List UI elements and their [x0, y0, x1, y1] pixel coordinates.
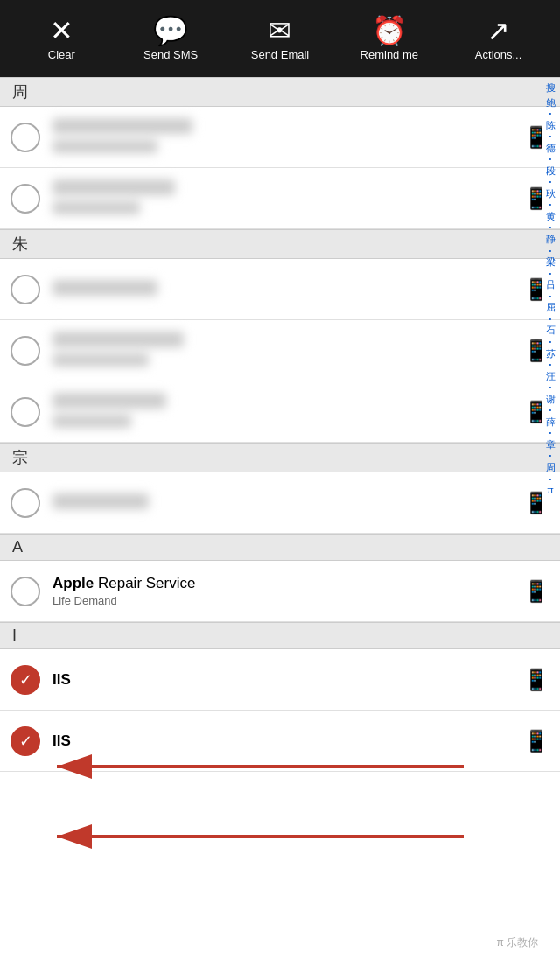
contact-checkbox[interactable]: ✓: [10, 665, 40, 695]
watermark: π 乐教你: [496, 935, 538, 950]
email-label: Send Email: [251, 48, 309, 61]
contact-info: [52, 393, 514, 431]
index-item[interactable]: 鲍: [546, 95, 556, 110]
contact-row[interactable]: 📱: [0, 107, 560, 168]
actions-label: Actions...: [475, 48, 522, 61]
index-item[interactable]: •: [550, 270, 552, 278]
index-item[interactable]: 搜: [546, 80, 556, 95]
index-item[interactable]: •: [550, 338, 552, 346]
contact-checkbox[interactable]: [10, 336, 40, 366]
send-email-button[interactable]: ✉ Send Email: [236, 17, 324, 61]
clear-icon: ✕: [50, 17, 74, 45]
index-item[interactable]: π: [547, 483, 554, 498]
email-icon: ✉: [268, 17, 291, 45]
contact-checkbox[interactable]: [10, 275, 40, 304]
contact-info: Apple Repair Service Life Demand: [52, 575, 514, 607]
contact-checkbox[interactable]: ✓: [10, 726, 40, 756]
index-item[interactable]: 耿: [546, 186, 556, 201]
index-item[interactable]: •: [550, 315, 552, 324]
index-item[interactable]: •: [550, 132, 552, 141]
remind-label: Remind me: [360, 48, 418, 61]
index-item[interactable]: •: [550, 109, 552, 118]
section-header-a: A: [0, 534, 560, 561]
contact-checkbox[interactable]: [10, 397, 40, 427]
index-item[interactable]: 汪: [546, 369, 556, 384]
contact-name: IIS: [52, 671, 514, 689]
index-item[interactable]: 周: [546, 460, 556, 475]
remind-me-button[interactable]: ⏰ Remind me: [346, 17, 433, 61]
contact-row[interactable]: Apple Repair Service Life Demand 📱: [0, 561, 560, 622]
contact-info: IIS: [52, 732, 514, 750]
index-item[interactable]: 梁: [546, 255, 556, 270]
contact-checkbox[interactable]: [10, 577, 40, 606]
clear-label: Clear: [48, 48, 75, 61]
contact-row[interactable]: 📱: [0, 168, 560, 229]
index-item[interactable]: •: [550, 383, 552, 392]
index-item[interactable]: 静: [546, 232, 556, 247]
contact-info: [52, 179, 514, 218]
contact-subtitle: Life Demand: [52, 594, 514, 607]
index-item[interactable]: •: [550, 429, 552, 438]
contact-row[interactable]: 📱: [0, 472, 560, 534]
actions-icon: ↗: [486, 17, 510, 45]
index-item[interactable]: •: [550, 406, 552, 415]
contact-checkbox[interactable]: [10, 184, 40, 214]
section-header-i: I: [0, 622, 560, 649]
section-header-zong: 宗: [0, 443, 560, 472]
section-header-zhu: 朱: [0, 229, 560, 259]
contact-row[interactable]: ✓ IIS 📱: [0, 649, 560, 710]
index-item[interactable]: 章: [546, 438, 556, 452]
index-item[interactable]: •: [550, 247, 552, 256]
sms-label: Send SMS: [144, 48, 198, 61]
contact-row[interactable]: 📱: [0, 259, 560, 320]
index-item[interactable]: •: [550, 178, 552, 186]
index-item[interactable]: 薛: [546, 415, 556, 430]
index-item[interactable]: 段: [546, 164, 556, 178]
index-item[interactable]: 德: [546, 141, 556, 156]
index-item[interactable]: 石: [546, 323, 556, 338]
contact-row[interactable]: 📱: [0, 382, 560, 443]
index-sidebar: 搜鲍•陈•德•段•耿•黄•静•梁•吕•屈•石•苏•汪•谢•薛•章•周•π: [541, 77, 560, 959]
send-sms-button[interactable]: 💬 Send SMS: [127, 17, 214, 61]
actions-button[interactable]: ↗ Actions...: [455, 17, 542, 61]
index-item[interactable]: 陈: [546, 118, 556, 133]
index-item[interactable]: 吕: [546, 277, 556, 292]
index-item[interactable]: 苏: [546, 346, 556, 361]
index-item[interactable]: •: [550, 200, 552, 209]
index-item[interactable]: •: [550, 475, 552, 484]
contact-row[interactable]: ✓ IIS 📱: [0, 710, 560, 772]
contact-info: IIS: [52, 671, 514, 689]
index-item[interactable]: 谢: [546, 392, 556, 407]
clear-button[interactable]: ✕ Clear: [18, 17, 105, 61]
index-item[interactable]: •: [550, 223, 552, 232]
index-item[interactable]: 屈: [546, 300, 556, 315]
index-item[interactable]: •: [550, 452, 552, 460]
remind-icon: ⏰: [372, 17, 407, 45]
section-header-zhou: 周: [0, 77, 560, 107]
index-item[interactable]: •: [550, 360, 552, 369]
index-item[interactable]: 黄: [546, 209, 556, 224]
contact-info: [52, 332, 514, 370]
contact-checkbox[interactable]: [10, 122, 40, 152]
contact-checkbox[interactable]: [10, 488, 40, 518]
contact-list: 周 📱 📱 朱 📱 📱: [0, 77, 560, 959]
contact-info: [52, 118, 514, 157]
contact-name: IIS: [52, 732, 514, 750]
contact-info: [52, 494, 514, 513]
index-item[interactable]: •: [550, 155, 552, 164]
contact-row[interactable]: 📱: [0, 320, 560, 382]
sms-icon: 💬: [153, 17, 188, 45]
contact-name: Apple Repair Service: [52, 575, 514, 592]
index-item[interactable]: •: [550, 292, 552, 301]
contact-info: [52, 280, 514, 299]
toolbar: ✕ Clear 💬 Send SMS ✉ Send Email ⏰ Remind…: [0, 0, 560, 77]
